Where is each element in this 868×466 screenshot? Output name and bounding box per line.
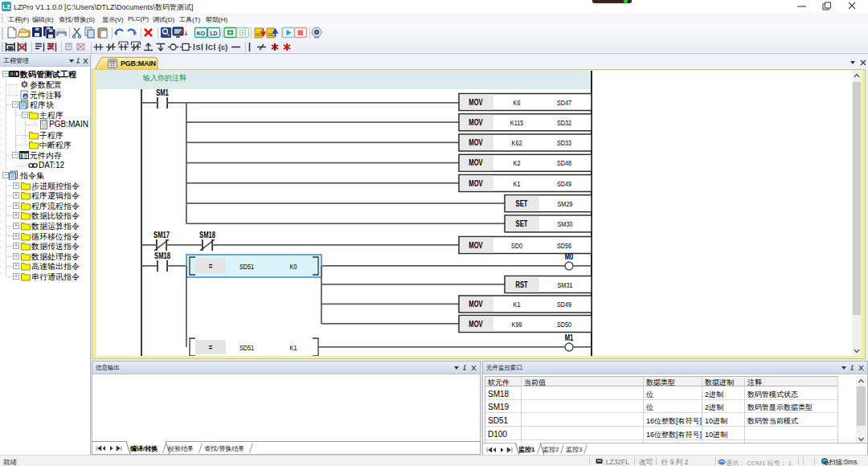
svg-text:SD0: SD0 — [511, 241, 522, 250]
svg-text:MOV: MOV — [469, 158, 483, 167]
svg-text:MOV: MOV — [469, 179, 483, 188]
svg-text:SM18: SM18 — [154, 251, 170, 260]
svg-text:=: = — [209, 262, 213, 271]
svg-text:SD48: SD48 — [557, 158, 571, 167]
svg-text:SM18: SM18 — [199, 231, 215, 239]
svg-text:SM29: SM29 — [558, 199, 573, 208]
svg-text:MOV: MOV — [469, 118, 483, 127]
svg-text:01: 01 — [256, 32, 261, 37]
svg-text:S: S — [195, 43, 200, 51]
svg-text:K1: K1 — [290, 343, 297, 352]
svg-text:K99: K99 — [512, 320, 522, 329]
svg-text:LZ: LZ — [2, 3, 10, 10]
svg-text:输入你的注释: 输入你的注释 — [142, 74, 186, 82]
svg-text:MOV: MOV — [469, 241, 483, 250]
svg-text:K1: K1 — [514, 300, 521, 309]
svg-text:MOV: MOV — [469, 138, 483, 147]
svg-text:RST: RST — [515, 280, 527, 289]
svg-text:SD49: SD49 — [557, 300, 571, 309]
svg-text:SD50: SD50 — [557, 320, 571, 329]
svg-text:K6: K6 — [514, 98, 521, 107]
svg-text:M1: M1 — [565, 333, 574, 342]
svg-text:SD56: SD56 — [557, 241, 571, 250]
svg-text:SD47: SD47 — [557, 98, 571, 107]
svg-text:SD33: SD33 — [557, 138, 571, 147]
svg-text:K2: K2 — [514, 158, 521, 167]
svg-text:M0: M0 — [565, 252, 574, 261]
svg-text:K62: K62 — [512, 138, 522, 147]
svg-text:SET: SET — [516, 199, 528, 208]
svg-text:SM17: SM17 — [154, 231, 170, 239]
svg-text:SD51: SD51 — [240, 343, 254, 352]
svg-text:SM31: SM31 — [558, 280, 573, 289]
svg-text:MOV: MOV — [469, 300, 483, 309]
svg-text:SD49: SD49 — [557, 179, 571, 188]
svg-text:MOV: MOV — [469, 320, 483, 329]
svg-text:SM1: SM1 — [156, 88, 169, 97]
svg-text:K1: K1 — [514, 179, 521, 188]
svg-text:SM30: SM30 — [558, 219, 573, 228]
svg-text:{c}: {c} — [218, 43, 228, 51]
svg-text:KO: KO — [197, 31, 206, 36]
svg-text:K115: K115 — [510, 118, 523, 127]
svg-text:=: = — [209, 343, 213, 352]
svg-text:LD: LD — [210, 31, 217, 36]
svg-text:C: C — [208, 43, 214, 51]
svg-text:SD51: SD51 — [240, 262, 254, 271]
svg-text:K0: K0 — [290, 262, 297, 271]
svg-text:MOV: MOV — [469, 98, 483, 107]
svg-text:SET: SET — [516, 219, 528, 228]
svg-text:SD32: SD32 — [557, 118, 571, 127]
